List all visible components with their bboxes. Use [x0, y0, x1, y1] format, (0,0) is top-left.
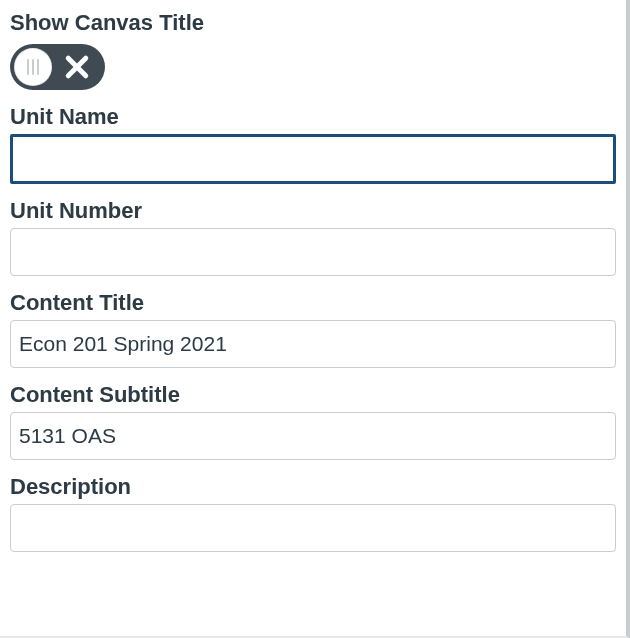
unit-name-label: Unit Name: [10, 104, 616, 130]
toggle-knob: [14, 48, 52, 86]
show-canvas-title-label: Show Canvas Title: [10, 10, 616, 36]
show-canvas-title-toggle[interactable]: [10, 44, 105, 90]
description-label: Description: [10, 474, 616, 500]
unit-name-input[interactable]: [10, 134, 616, 184]
content-title-input[interactable]: [10, 320, 616, 368]
description-input[interactable]: [10, 504, 616, 552]
unit-number-input[interactable]: [10, 228, 616, 276]
content-subtitle-label: Content Subtitle: [10, 382, 616, 408]
x-icon: [52, 52, 101, 82]
unit-number-label: Unit Number: [10, 198, 616, 224]
form-panel: Show Canvas Title Unit Name Unit Number …: [0, 0, 630, 638]
content-subtitle-input[interactable]: [10, 412, 616, 460]
content-title-label: Content Title: [10, 290, 616, 316]
